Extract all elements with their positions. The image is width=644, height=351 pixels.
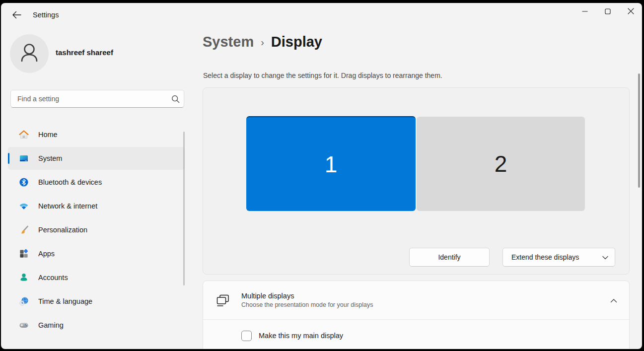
multiple-displays-card: Multiple displays Choose the presentatio… xyxy=(203,281,630,349)
search-icon[interactable] xyxy=(167,95,184,103)
settings-window: Settings tashreef shareef xyxy=(1,3,642,349)
chevron-up-icon[interactable] xyxy=(610,296,617,305)
sidebar-item-system[interactable]: System xyxy=(8,147,185,170)
monitor-1[interactable]: 1 xyxy=(246,116,416,211)
main-scrollbar[interactable] xyxy=(638,73,640,188)
sidebar-item-label: Accounts xyxy=(38,274,68,281)
sidebar-item-label: Personalization xyxy=(38,226,87,234)
page-description: Select a display to change the settings … xyxy=(203,71,442,79)
maximize-button[interactable] xyxy=(596,3,619,21)
sidebar-item-time-language[interactable]: Time & language xyxy=(8,290,185,313)
selected-indicator xyxy=(8,153,9,164)
bluetooth-icon xyxy=(19,177,29,187)
titlebar: Settings xyxy=(1,3,642,27)
sidebar-item-accounts[interactable]: Accounts xyxy=(8,266,185,289)
sidebar-item-apps[interactable]: Apps xyxy=(8,242,185,265)
sidebar-item-bluetooth[interactable]: Bluetooth & devices xyxy=(8,171,185,194)
back-arrow-icon xyxy=(12,11,21,21)
stacked-monitors-icon xyxy=(215,293,230,307)
monitor-2[interactable]: 2 xyxy=(417,117,585,211)
monitor-2-number: 2 xyxy=(495,150,507,177)
sidebar-scrollbar[interactable] xyxy=(183,132,185,285)
back-button[interactable] xyxy=(7,7,25,24)
gamepad-icon xyxy=(19,320,29,330)
main-display-checkbox-label: Make this my main display xyxy=(259,332,343,340)
home-icon xyxy=(19,130,29,140)
breadcrumb-separator: › xyxy=(261,37,264,48)
sidebar-item-home[interactable]: Home xyxy=(8,123,185,146)
close-button[interactable] xyxy=(619,3,642,21)
page-title: Display xyxy=(271,34,322,50)
display-arrangement-panel: 1 2 Identify Extend these displays xyxy=(203,87,630,275)
search-box xyxy=(10,90,184,108)
main-content: System › Display Select a display to cha… xyxy=(203,27,631,349)
display-mode-dropdown[interactable]: Extend these displays xyxy=(502,248,615,267)
identify-button[interactable]: Identify xyxy=(409,248,490,267)
avatar[interactable] xyxy=(10,34,49,73)
close-icon xyxy=(628,7,634,16)
sidebar-item-label: Bluetooth & devices xyxy=(38,178,102,186)
user-name: tashreef shareef xyxy=(56,48,113,57)
sidebar-item-label: System xyxy=(38,154,62,162)
breadcrumb: System › Display xyxy=(203,34,322,50)
globe-clock-icon xyxy=(19,296,29,306)
card-title: Multiple displays xyxy=(241,292,610,300)
person-outline-icon xyxy=(18,41,41,66)
window-title: Settings xyxy=(33,11,59,19)
sidebar-item-label: Network & internet xyxy=(38,202,97,210)
chevron-down-icon xyxy=(602,253,608,261)
sidebar-item-personalization[interactable]: Personalization xyxy=(8,218,185,241)
system-icon xyxy=(19,153,29,163)
maximize-icon xyxy=(605,7,611,16)
card-text: Multiple displays Choose the presentatio… xyxy=(241,292,610,308)
search-input[interactable] xyxy=(11,95,167,103)
sidebar-item-label: Home xyxy=(38,131,58,139)
brush-icon xyxy=(19,225,29,235)
person-icon xyxy=(19,273,29,282)
sidebar: tashreef shareef Home System xyxy=(1,27,195,349)
window-controls xyxy=(573,3,642,21)
minimize-icon xyxy=(582,7,588,16)
wifi-icon xyxy=(19,201,29,211)
card-subtitle: Choose the presentation mode for your di… xyxy=(241,301,610,308)
main-display-row: Make this my main display xyxy=(203,320,629,349)
monitor-1-number: 1 xyxy=(325,151,338,178)
multiple-displays-header[interactable]: Multiple displays Choose the presentatio… xyxy=(203,281,629,319)
display-mode-value: Extend these displays xyxy=(511,253,579,261)
main-display-checkbox[interactable] xyxy=(241,331,252,341)
sidebar-nav: Home System Bluetooth & devices Net xyxy=(1,122,195,338)
sidebar-item-label: Apps xyxy=(38,250,55,258)
identify-button-label: Identify xyxy=(438,253,460,261)
apps-icon xyxy=(19,249,29,259)
breadcrumb-parent[interactable]: System xyxy=(203,34,254,50)
sidebar-item-gaming[interactable]: Gaming xyxy=(8,314,185,337)
minimize-button[interactable] xyxy=(573,3,596,21)
sidebar-item-label: Gaming xyxy=(38,321,64,329)
sidebar-item-network[interactable]: Network & internet xyxy=(8,195,185,217)
sidebar-item-label: Time & language xyxy=(38,297,92,305)
